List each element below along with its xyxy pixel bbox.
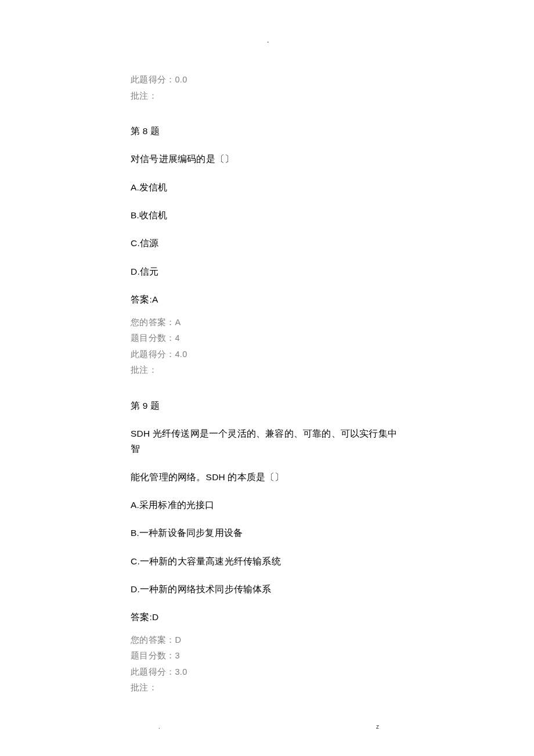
question-number: 第 8 题: [131, 124, 403, 139]
option-b: B.收信机: [131, 208, 403, 223]
header-mark: -: [267, 38, 269, 45]
question-8: 第 8 题 对信号进展编码的是〔〕 A.发信机 B.收信机 C.信源 D.信元 …: [131, 124, 403, 379]
option-c: C.信源: [131, 236, 403, 251]
option-a: A.发信机: [131, 180, 403, 195]
correct-answer: 答案:A: [131, 292, 403, 307]
leading-meta: 此题得分：0.0 批注：: [131, 72, 403, 104]
option-d: D.一种新的网络技术同步传输体系: [131, 582, 403, 597]
correct-answer: 答案:D: [131, 610, 403, 625]
option-a: A.采用标准的光接口: [131, 498, 403, 513]
your-answer-line: 您的答案：D: [131, 632, 403, 649]
question-text: 对信号进展编码的是〔〕: [131, 152, 403, 167]
score-this-line: 此题得分：0.0: [131, 72, 403, 88]
remark-line: 批注：: [131, 362, 403, 379]
score-this-line: 此题得分：4.0: [131, 347, 403, 363]
remark-line: 批注：: [131, 88, 403, 105]
max-score-line: 题目分数：3: [131, 648, 403, 664]
question-text-line2: 能化管理的网络。SDH 的本质是〔〕: [131, 470, 403, 485]
remark-line: 批注：: [131, 680, 403, 696]
score-this-line: 此题得分：3.0: [131, 664, 403, 681]
option-c: C.一种新的大容量高速光纤传输系统: [131, 554, 403, 569]
option-d: D.信元: [131, 264, 403, 279]
question-text-line1: SDH 光纤传送网是一个灵活的、兼容的、可靠的、可以实行集中智: [131, 426, 403, 457]
footer-left-mark: .: [158, 723, 160, 730]
max-score-line: 题目分数：4: [131, 330, 403, 347]
question-number: 第 9 题: [131, 398, 403, 413]
question-9: 第 9 题 SDH 光纤传送网是一个灵活的、兼容的、可靠的、可以实行集中智 能化…: [131, 398, 403, 696]
q8-meta: 您的答案：A 题目分数：4 此题得分：4.0 批注：: [131, 315, 403, 379]
page-content: 此题得分：0.0 批注： 第 8 题 对信号进展编码的是〔〕 A.发信机 B.收…: [0, 0, 534, 719]
option-b: B.一种新设备同步复用设备: [131, 525, 403, 541]
footer-right-mark: z: [376, 723, 379, 730]
your-answer-line: 您的答案：A: [131, 315, 403, 331]
q9-meta: 您的答案：D 题目分数：3 此题得分：3.0 批注：: [131, 632, 403, 696]
